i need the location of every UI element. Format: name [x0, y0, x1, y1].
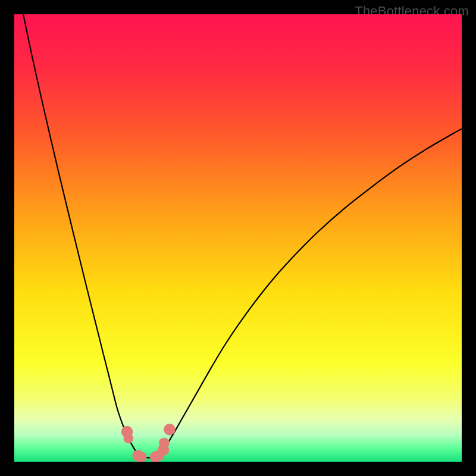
chart-frame — [14, 14, 462, 462]
bottleneck-chart — [14, 14, 462, 462]
chart-background — [14, 14, 462, 462]
curve-marker — [123, 434, 133, 444]
curve-marker — [159, 437, 170, 448]
curve-marker — [164, 424, 176, 436]
